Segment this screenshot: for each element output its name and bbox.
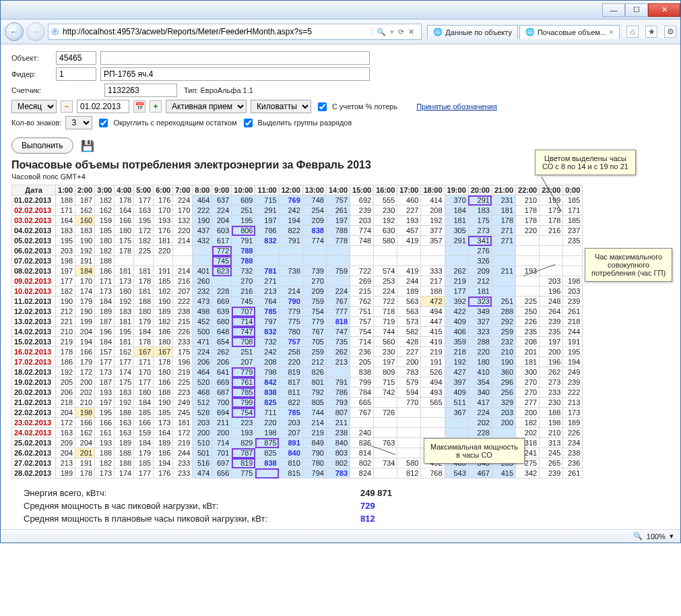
- search-icon[interactable]: 🔍: [377, 28, 386, 36]
- table-wrapper: Дата1:002:003:004:005:006:007:008:009:00…: [11, 185, 670, 479]
- zoom-icon[interactable]: 🔍: [633, 532, 643, 541]
- maximize-button[interactable]: ☐: [625, 3, 648, 17]
- prev-period-button[interactable]: −: [61, 100, 73, 113]
- cell-value: 419: [421, 337, 445, 347]
- cell-value: 464: [193, 195, 212, 206]
- cell-value: 224: [212, 206, 232, 216]
- round-checkbox[interactable]: [99, 119, 108, 127]
- cell-value: 761: [232, 377, 255, 388]
- cell-value: 177: [445, 286, 468, 297]
- period-select[interactable]: Месяц: [11, 100, 57, 113]
- cell-date: 24.02.2013: [12, 428, 56, 438]
- cell-value: 832: [255, 327, 279, 337]
- url-input[interactable]: [61, 26, 372, 37]
- cell-value: 239: [350, 206, 374, 216]
- cell-value: 262: [326, 347, 350, 357]
- cell-value: 464: [193, 367, 212, 377]
- cell-value: 783: [397, 367, 421, 377]
- cell-value: 639: [212, 307, 232, 317]
- forward-button[interactable]: →: [26, 22, 45, 41]
- cell-value: 594: [397, 388, 421, 398]
- cell-value: 797: [255, 317, 279, 327]
- date-input[interactable]: [77, 100, 129, 113]
- cell-value: [173, 246, 193, 256]
- profile-select[interactable]: Активная прием: [166, 100, 247, 113]
- back-button[interactable]: ←: [5, 22, 24, 41]
- cell-value: 182: [154, 317, 173, 327]
- legend-link[interactable]: Принятые обозначения: [416, 102, 497, 111]
- tools-icon[interactable]: ⚙: [664, 26, 676, 38]
- cell-value: 313: [540, 438, 563, 448]
- zoom-value: 100%: [647, 532, 666, 541]
- cell-value: 190: [492, 357, 515, 367]
- col-hour: 21:00: [492, 185, 515, 195]
- zoom-dropdown-icon[interactable]: ▾: [670, 532, 674, 541]
- cell-value: 410: [468, 367, 492, 377]
- cell-value: 233: [540, 388, 563, 398]
- cell-value: 768: [421, 468, 445, 479]
- cell-value: 261: [563, 468, 583, 479]
- cell-value: 745: [212, 256, 232, 266]
- cell-value: 186: [154, 448, 173, 458]
- loss-checkbox[interactable]: [318, 102, 327, 111]
- cell-value: 209: [302, 216, 326, 226]
- run-button[interactable]: Выполнить: [11, 137, 73, 154]
- cell-value: 219: [421, 347, 445, 357]
- cell-value: 767: [350, 408, 374, 418]
- col-hour: 7:00: [173, 185, 193, 195]
- feeder-id-input[interactable]: [56, 67, 96, 81]
- cell-value: 184: [95, 337, 115, 347]
- cell-value: 326: [468, 256, 492, 266]
- cell-value: 842: [255, 377, 279, 388]
- object-name-input[interactable]: [100, 51, 370, 65]
- cell-value: 173: [95, 468, 115, 479]
- cell-value: 201: [516, 347, 540, 357]
- close-button[interactable]: ✕: [648, 3, 680, 17]
- minimize-button[interactable]: —: [602, 3, 625, 17]
- cell-date: 04.02.2013: [12, 226, 56, 236]
- group-checkbox[interactable]: [244, 119, 253, 127]
- cell-value: 193: [232, 428, 255, 438]
- refresh-icon[interactable]: ⟳: [398, 28, 404, 36]
- cell-value: 219: [56, 337, 75, 347]
- cell-date: 20.02.2013: [12, 388, 56, 398]
- home-icon[interactable]: ⌂: [626, 26, 639, 38]
- cell-value: 734: [374, 458, 397, 468]
- cell-value: 220: [154, 246, 173, 256]
- cell-value: 809: [374, 367, 397, 377]
- cell-value: 656: [212, 468, 232, 479]
- cell-value: [134, 256, 154, 266]
- cell-value: 188: [115, 408, 134, 418]
- favorites-icon[interactable]: ★: [645, 26, 657, 38]
- object-id-input[interactable]: [56, 51, 96, 65]
- cell-value: 822: [279, 398, 302, 408]
- digits-select[interactable]: 3: [65, 116, 92, 129]
- cell-value: 182: [95, 458, 115, 468]
- browser-tab[interactable]: 🌐Данные по объекту: [427, 25, 518, 39]
- object-label: Объект:: [11, 54, 52, 62]
- stop-icon[interactable]: ✕: [408, 28, 414, 36]
- meter-number-input[interactable]: [104, 84, 177, 97]
- cell-value: 772: [212, 246, 232, 256]
- cell-value: 199: [75, 317, 95, 327]
- save-icon[interactable]: 💾: [82, 140, 94, 152]
- cell-value: [374, 448, 397, 458]
- feeder-name-input[interactable]: [100, 67, 370, 81]
- cell-value: 211: [212, 418, 232, 428]
- cell-value: 214: [302, 418, 326, 428]
- calendar-icon[interactable]: 📅: [133, 100, 145, 113]
- cell-value: 191: [75, 458, 95, 468]
- next-period-button[interactable]: +: [150, 100, 162, 113]
- cell-value: 288: [468, 337, 492, 347]
- cell-value: [540, 236, 563, 246]
- cell-value: 715: [255, 195, 279, 206]
- cell-value: 179: [75, 357, 95, 367]
- cell-value: 235: [516, 327, 540, 337]
- cell-value: 543: [445, 468, 468, 479]
- address-bar[interactable]: ⓔ 🔍▾ ⟳ ✕: [48, 24, 422, 40]
- tab-close-icon[interactable]: ×: [609, 28, 614, 37]
- cell-value: 204: [212, 216, 232, 226]
- browser-tab-active[interactable]: 🌐Почасовые объем...×: [519, 25, 620, 39]
- unit-select[interactable]: Киловатты: [251, 100, 311, 113]
- cell-value: 819: [279, 367, 302, 377]
